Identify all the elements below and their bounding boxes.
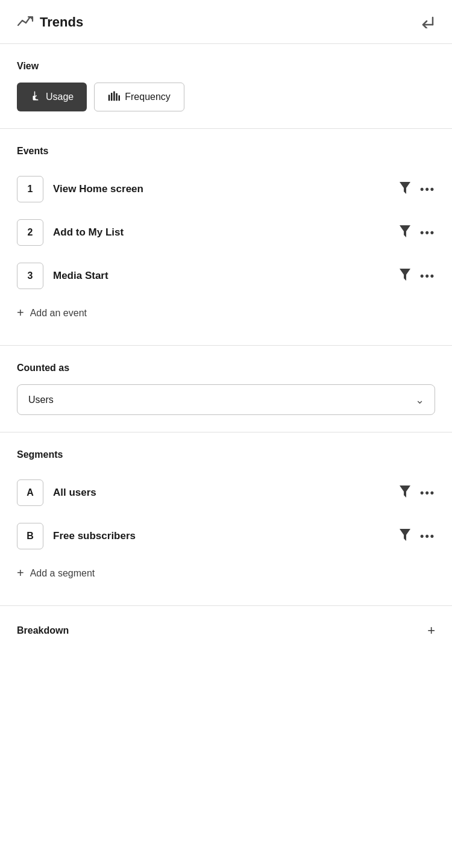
segment-list: A All users ••• B Free subscribers — [17, 471, 435, 589]
view-section: View Usage Frequency — [0, 44, 452, 129]
segments-label: Segments — [17, 449, 435, 460]
usage-button[interactable]: Usage — [17, 83, 87, 111]
segment-name-b: Free subscribers — [53, 530, 390, 542]
table-row: 3 Media Start ••• — [17, 254, 435, 298]
frequency-button[interactable]: Frequency — [94, 83, 184, 111]
filter-icon-a[interactable] — [400, 486, 410, 501]
add-segment-row[interactable]: + Add a segment — [17, 558, 435, 589]
more-menu-a[interactable]: ••• — [420, 487, 435, 499]
event-actions-3: ••• — [400, 269, 435, 284]
event-name-2: Add to My List — [53, 226, 390, 239]
breakdown-add-button[interactable]: + — [427, 623, 435, 639]
svg-marker-10 — [400, 529, 410, 541]
more-menu-3[interactable]: ••• — [420, 270, 435, 283]
segment-letter-a: A — [17, 479, 43, 506]
more-menu-b[interactable]: ••• — [420, 530, 435, 543]
event-name-1: View Home screen — [53, 183, 390, 195]
add-event-label: Add an event — [30, 308, 87, 319]
filter-icon-b[interactable] — [400, 529, 410, 544]
usage-label: Usage — [46, 92, 74, 102]
svg-rect-3 — [113, 92, 115, 101]
filter-icon-2[interactable] — [400, 225, 410, 240]
add-event-row[interactable]: + Add an event — [17, 298, 435, 328]
more-menu-2[interactable]: ••• — [420, 226, 435, 239]
frequency-label: Frequency — [125, 92, 171, 102]
svg-marker-9 — [400, 486, 410, 498]
counted-as-label: Counted as — [17, 363, 435, 373]
header: Trends — [0, 0, 452, 44]
table-row: 1 View Home screen ••• — [17, 167, 435, 211]
events-label: Events — [17, 146, 435, 157]
more-menu-1[interactable]: ••• — [420, 183, 435, 196]
view-label: View — [17, 61, 435, 72]
counted-as-dropdown-wrapper: Users Events Sessions ⌄ — [17, 384, 435, 415]
segment-actions-a: ••• — [400, 486, 435, 501]
svg-rect-5 — [119, 95, 121, 101]
segment-letter-b: B — [17, 523, 43, 549]
event-actions-1: ••• — [400, 182, 435, 197]
breakdown-label: Breakdown — [17, 625, 69, 636]
list-item: A All users ••• — [17, 471, 435, 514]
filter-icon-3[interactable] — [400, 269, 410, 284]
segments-section: Segments A All users ••• B Free subscrib… — [0, 432, 452, 606]
segment-actions-b: ••• — [400, 529, 435, 544]
view-toggle: Usage Frequency — [17, 83, 435, 111]
add-segment-label: Add a segment — [30, 568, 95, 579]
event-actions-2: ••• — [400, 225, 435, 240]
back-icon[interactable] — [419, 13, 435, 32]
segment-name-a: All users — [53, 487, 390, 499]
svg-rect-1 — [108, 95, 110, 101]
counted-as-select[interactable]: Users Events Sessions — [17, 384, 435, 415]
bar-chart-icon — [108, 90, 120, 104]
event-number-2: 2 — [17, 219, 43, 246]
events-section: Events 1 View Home screen ••• 2 Add to M… — [0, 129, 452, 346]
hand-pointer-icon — [30, 90, 41, 104]
svg-rect-4 — [116, 93, 118, 101]
trends-icon — [17, 12, 34, 33]
event-list: 1 View Home screen ••• 2 Add to My List — [17, 167, 435, 328]
event-name-3: Media Start — [53, 270, 390, 282]
table-row: 2 Add to My List ••• — [17, 211, 435, 254]
event-number-3: 3 — [17, 263, 43, 289]
breakdown-section: Breakdown + — [0, 606, 452, 655]
list-item: B Free subscribers ••• — [17, 514, 435, 558]
svg-marker-6 — [400, 182, 410, 194]
page-title: Trends — [40, 14, 83, 30]
add-segment-icon: + — [17, 566, 24, 580]
counted-as-section: Counted as Users Events Sessions ⌄ — [0, 346, 452, 432]
header-left: Trends — [17, 12, 83, 33]
add-event-icon: + — [17, 306, 24, 320]
svg-marker-7 — [400, 225, 410, 237]
svg-rect-2 — [111, 93, 113, 101]
filter-icon-1[interactable] — [400, 182, 410, 197]
svg-marker-8 — [400, 269, 410, 281]
event-number-1: 1 — [17, 176, 43, 202]
